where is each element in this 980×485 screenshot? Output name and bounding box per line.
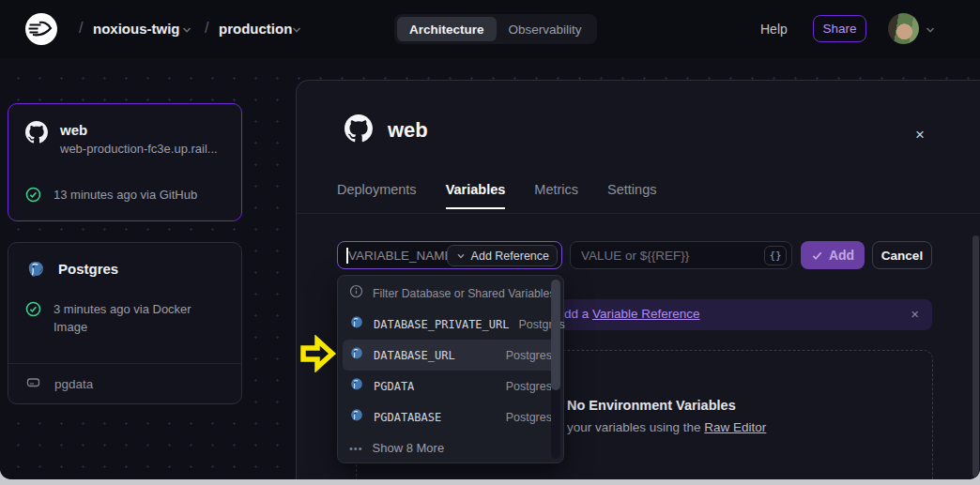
tab-observability[interactable]: Observability: [497, 17, 594, 41]
show-more-item[interactable]: ••• Show 8 More: [338, 432, 563, 463]
cancel-button[interactable]: Cancel: [872, 241, 932, 269]
variable-source: Postgres: [506, 349, 552, 362]
variable-source: Postgres: [506, 380, 552, 393]
top-bar: / noxious-twig / production Architecture…: [0, 0, 980, 58]
chevron-down-icon[interactable]: [290, 23, 303, 37]
empty-state-title: No Environment Variables: [567, 398, 736, 413]
postgres-icon: [25, 260, 46, 284]
check-circle-icon: [25, 187, 41, 206]
panel-title: web: [388, 118, 428, 143]
show-more-label: Show 8 More: [373, 441, 445, 455]
variable-name: DATABASE_PRIVATE_URL: [374, 318, 510, 331]
service-name: Postgres: [58, 260, 118, 279]
divider: [297, 213, 980, 214]
tab-deployments[interactable]: Deployments: [337, 182, 417, 209]
raw-editor-link[interactable]: Raw Editor: [704, 420, 766, 434]
variable-name-field[interactable]: Add Reference: [337, 241, 562, 269]
dropdown-item-highlighted[interactable]: DATABASE_URL Postgres: [343, 340, 559, 371]
variable-name: PGDATABASE: [374, 411, 441, 424]
text-caret: [346, 248, 348, 264]
braces-icon[interactable]: {}: [764, 246, 787, 265]
variable-reference-dropdown: Filter Database or Shared Variables DATA…: [337, 275, 564, 463]
service-card-web[interactable]: web web-production-fc3e.up.rail... 13 mi…: [8, 103, 242, 221]
service-card-postgres[interactable]: Postgres 3 minutes ago via Docker Image …: [8, 242, 242, 404]
deploy-status: 13 minutes ago via GitHub: [54, 187, 197, 205]
dropdown-item[interactable]: DATABASE_PRIVATE_URL Postgres: [338, 309, 563, 340]
chevron-down-icon[interactable]: [924, 23, 937, 37]
add-reference-label: Add Reference: [471, 250, 549, 263]
postgres-icon: [349, 346, 364, 365]
breadcrumb-separator: /: [205, 20, 208, 37]
variable-source: Postgres: [506, 411, 552, 424]
github-icon: [25, 121, 48, 156]
filter-hint-label: Filter Database or Shared Variables: [373, 287, 556, 300]
volume-name: pgdata: [54, 377, 93, 391]
variable-name: PGDATA: [374, 380, 414, 393]
breadcrumb-separator: /: [79, 20, 83, 37]
tab-metrics[interactable]: Metrics: [534, 182, 578, 209]
dropdown-item[interactable]: PGDATABASE Postgres: [338, 402, 563, 432]
service-name: web: [60, 121, 218, 140]
railway-logo-icon[interactable]: [25, 13, 57, 45]
variable-value-field[interactable]: {}: [570, 241, 792, 269]
variable-name: DATABASE_URL: [374, 349, 455, 362]
postgres-icon: [349, 377, 364, 396]
variable-value-input[interactable]: [571, 242, 791, 268]
dropdown-scrollbar-thumb[interactable]: [551, 280, 560, 390]
add-button-label: Add: [829, 248, 854, 263]
info-icon: [349, 284, 363, 302]
volume-icon: [25, 374, 41, 394]
tab-architecture[interactable]: Architecture: [397, 17, 497, 41]
dropdown-item[interactable]: PGDATA Postgres: [338, 371, 563, 402]
empty-state-subtitle: your variables using the: [567, 420, 704, 434]
ellipsis-icon: •••: [349, 443, 363, 454]
add-button[interactable]: Add: [801, 241, 865, 269]
avatar[interactable]: [888, 13, 919, 44]
tab-settings[interactable]: Settings: [607, 182, 656, 209]
banner-text: dd a: [564, 307, 592, 321]
share-button[interactable]: Share: [813, 15, 866, 42]
yellow-arrow-right-icon: [299, 335, 337, 376]
dropdown-filter-hint: Filter Database or Shared Variables: [338, 278, 563, 309]
service-domain: web-production-fc3e.up.rail...: [60, 142, 218, 156]
postgres-icon: [349, 315, 364, 334]
chevron-down-icon[interactable]: [180, 23, 193, 37]
help-button[interactable]: Help: [760, 22, 788, 37]
add-reference-button[interactable]: Add Reference: [447, 245, 558, 266]
variable-reference-link[interactable]: Variable Reference: [592, 307, 700, 321]
divider: [8, 363, 241, 364]
app-window: / noxious-twig / production Architecture…: [0, 0, 980, 479]
view-switcher: Architecture Observability: [394, 14, 597, 44]
project-canvas: web web-production-fc3e.up.rail... 13 mi…: [0, 58, 980, 479]
panel-tabs: Deployments Variables Metrics Settings: [337, 182, 656, 209]
tab-variables[interactable]: Variables: [446, 182, 506, 209]
panel-scrollbar-thumb[interactable]: [972, 235, 979, 477]
close-icon[interactable]: ×: [911, 306, 919, 322]
postgres-icon: [349, 408, 364, 427]
service-detail-panel: web × Deployments Variables Metrics Sett…: [296, 80, 980, 479]
volume-row[interactable]: pgdata: [25, 374, 93, 394]
deploy-status: 3 minutes ago via Docker Image: [54, 301, 208, 337]
breadcrumb-project[interactable]: noxious-twig: [93, 21, 180, 37]
close-icon[interactable]: ×: [909, 124, 931, 146]
breadcrumb-environment[interactable]: production: [219, 21, 292, 37]
check-circle-icon: [25, 301, 41, 321]
railway-app: / noxious-twig / production Architecture…: [0, 0, 980, 485]
github-icon: [345, 114, 373, 146]
